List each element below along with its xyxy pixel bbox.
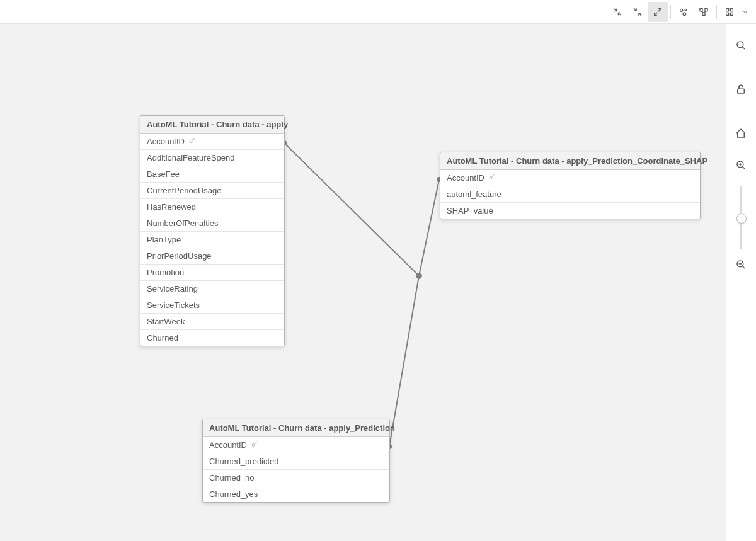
svg-line-14 bbox=[389, 276, 419, 447]
home-icon[interactable] bbox=[730, 122, 752, 145]
field-row[interactable]: CurrentPeriodUsage bbox=[140, 183, 284, 199]
field-name: HasRenewed bbox=[147, 202, 196, 212]
field-row[interactable]: NumberOfPenalties bbox=[140, 215, 284, 232]
table-card[interactable]: AutoML Tutorial - Churn data - apply_Pre… bbox=[440, 152, 701, 219]
svg-rect-5 bbox=[702, 13, 705, 15]
table-card[interactable]: AutoML Tutorial - Churn data - applyAcco… bbox=[140, 115, 285, 346]
field-name: Churned_predicted bbox=[209, 457, 279, 466]
field-row[interactable]: AccountID bbox=[140, 134, 284, 150]
right-rail bbox=[726, 24, 756, 541]
table-title[interactable]: AutoML Tutorial - Churn data - apply_Pre… bbox=[203, 419, 389, 437]
data-model-canvas[interactable]: AutoML Tutorial - Churn data - applyAcco… bbox=[0, 24, 726, 541]
field-name: AccountID bbox=[147, 137, 185, 146]
field-name: SHAP_value bbox=[447, 206, 493, 215]
field-row[interactable]: HasRenewed bbox=[140, 199, 284, 215]
field-row[interactable]: Churned bbox=[140, 330, 284, 346]
field-row[interactable]: AccountID bbox=[440, 170, 700, 186]
key-icon bbox=[488, 173, 496, 183]
field-row[interactable]: ServiceRating bbox=[140, 281, 284, 297]
svg-rect-3 bbox=[700, 8, 702, 11]
lock-open-icon[interactable] bbox=[730, 78, 752, 101]
table-card[interactable]: AutoML Tutorial - Churn data - apply_Pre… bbox=[202, 419, 390, 503]
svg-point-21 bbox=[252, 444, 255, 447]
svg-point-2 bbox=[683, 13, 686, 16]
key-icon bbox=[188, 137, 196, 146]
chevron-down-icon[interactable] bbox=[740, 8, 751, 16]
svg-rect-10 bbox=[726, 13, 729, 15]
svg-point-22 bbox=[737, 42, 743, 48]
svg-line-12 bbox=[284, 143, 419, 276]
toolbar-separator bbox=[716, 5, 717, 19]
svg-rect-24 bbox=[738, 89, 745, 93]
field-row[interactable]: PlanType bbox=[140, 232, 284, 248]
zoom-out-icon[interactable] bbox=[730, 253, 752, 276]
field-name: ServiceTickets bbox=[147, 300, 200, 310]
field-row[interactable]: ServiceTickets bbox=[140, 297, 284, 314]
field-row[interactable]: Churned_predicted bbox=[203, 453, 389, 470]
field-name: Churned_yes bbox=[209, 489, 258, 499]
field-name: NumberOfPenalties bbox=[147, 219, 218, 228]
field-name: ServiceRating bbox=[147, 284, 198, 293]
field-name: PlanType bbox=[147, 235, 181, 244]
field-row[interactable]: AccountID bbox=[203, 437, 389, 453]
field-name: AccountID bbox=[209, 440, 247, 450]
svg-line-30 bbox=[742, 266, 745, 268]
svg-point-1 bbox=[685, 9, 687, 11]
field-name: AdditionalFeatureSpend bbox=[147, 153, 235, 162]
key-icon bbox=[251, 440, 258, 450]
table-title[interactable]: AutoML Tutorial - Churn data - apply bbox=[140, 116, 284, 134]
field-row[interactable]: Churned_yes bbox=[203, 486, 389, 502]
field-name: AccountID bbox=[447, 173, 484, 183]
svg-rect-4 bbox=[705, 8, 707, 11]
shrink-icon[interactable] bbox=[627, 2, 648, 22]
svg-point-19 bbox=[190, 140, 192, 143]
field-row[interactable]: StartWeek bbox=[140, 314, 284, 330]
field-name: StartWeek bbox=[147, 317, 185, 326]
svg-point-0 bbox=[680, 9, 683, 11]
field-row[interactable]: automl_feature bbox=[440, 186, 700, 203]
grid-icon[interactable] bbox=[719, 2, 740, 22]
field-name: Promotion bbox=[147, 268, 184, 277]
field-row[interactable]: AdditionalFeatureSpend bbox=[140, 150, 284, 166]
zoom-slider-thumb[interactable] bbox=[736, 214, 747, 224]
field-row[interactable]: Promotion bbox=[140, 265, 284, 281]
svg-line-13 bbox=[419, 179, 439, 276]
field-name: CurrentPeriodUsage bbox=[147, 186, 222, 195]
svg-point-20 bbox=[490, 177, 492, 179]
bubbles-icon[interactable] bbox=[673, 2, 694, 22]
zoom-slider[interactable] bbox=[740, 186, 742, 249]
svg-line-23 bbox=[742, 47, 745, 49]
zoom-in-icon[interactable] bbox=[730, 154, 752, 176]
table-title[interactable]: AutoML Tutorial - Churn data - apply_Pre… bbox=[440, 152, 700, 170]
layout-icon[interactable] bbox=[694, 2, 714, 22]
toolbar-separator bbox=[670, 5, 671, 19]
field-name: automl_feature bbox=[447, 190, 501, 199]
svg-rect-8 bbox=[726, 8, 729, 11]
svg-rect-11 bbox=[730, 13, 733, 15]
field-name: BaseFee bbox=[147, 169, 180, 179]
top-toolbar bbox=[0, 0, 756, 24]
svg-rect-9 bbox=[730, 8, 733, 11]
svg-point-15 bbox=[416, 273, 422, 279]
field-name: Churned_no bbox=[209, 473, 255, 482]
field-row[interactable]: Churned_no bbox=[203, 470, 389, 486]
expand-icon[interactable] bbox=[648, 2, 668, 22]
field-row[interactable]: PriorPeriodUsage bbox=[140, 248, 284, 265]
search-icon[interactable] bbox=[730, 34, 752, 57]
field-row[interactable]: SHAP_value bbox=[440, 203, 700, 219]
field-name: Churned bbox=[147, 333, 178, 343]
svg-line-26 bbox=[742, 166, 745, 169]
collapse-icon[interactable] bbox=[607, 2, 627, 22]
field-name: PriorPeriodUsage bbox=[147, 251, 212, 261]
field-row[interactable]: BaseFee bbox=[140, 166, 284, 183]
